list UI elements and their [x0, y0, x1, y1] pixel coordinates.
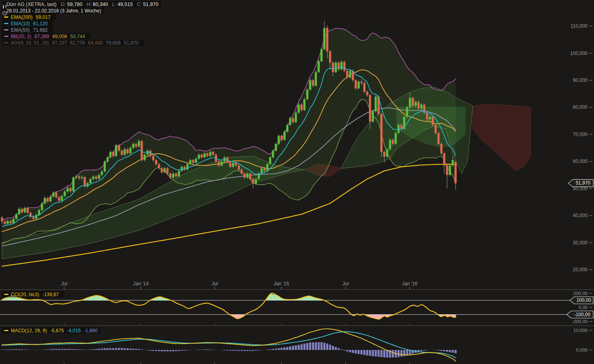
candle: [355, 80, 357, 88]
cci-threshold-tag: 100,00: [570, 297, 593, 304]
candle: [295, 113, 297, 122]
time-tick-label: Jul: [61, 281, 67, 287]
cci-tick-label: 0,00: [579, 305, 588, 310]
candle: [152, 156, 154, 160]
candle: [283, 132, 285, 140]
candle: [289, 118, 291, 125]
symbol-title: Dürr AG (XETRA, last): [6, 2, 57, 7]
candle: [115, 145, 117, 156]
candle: [203, 153, 205, 157]
candle: [169, 174, 171, 178]
candle: [104, 161, 106, 171]
candle: [135, 144, 137, 146]
cci-oversold-fill: [2, 290, 456, 319]
indicator-swatch-icon: [4, 36, 8, 37]
indicator-row-ema[interactable]: EMA(10)61,120: [2, 20, 53, 26]
indicator-swatch-icon: [4, 29, 8, 31]
candle: [303, 99, 305, 110]
candle: [167, 168, 169, 173]
cci-value: -139,67: [43, 292, 59, 297]
cci-tick-label: -200,00: [572, 319, 588, 324]
cci-legend-row[interactable]: CCI(20, hlc3) -139,67: [2, 291, 64, 297]
candle: [164, 168, 166, 172]
candle: [195, 159, 197, 163]
candle: [92, 177, 94, 179]
candle: [67, 188, 69, 191]
candle: [146, 150, 148, 155]
candle: [178, 171, 180, 176]
candle: [263, 168, 265, 171]
ichimoku-red-cloud: [473, 105, 531, 171]
candle: [81, 177, 83, 178]
indicator-value: 59,017: [36, 14, 51, 20]
candle: [309, 80, 311, 90]
candle: [69, 188, 71, 191]
candle: [375, 96, 377, 111]
candle: [126, 149, 128, 153]
candle: [269, 157, 271, 164]
candle: [395, 133, 397, 144]
indicator-row-ema[interactable]: EMA(50)71,682: [2, 27, 53, 33]
open-value: 59,780: [67, 2, 82, 7]
candle: [292, 118, 294, 122]
candle: [366, 92, 368, 95]
price-tick-label: 80,000: [573, 104, 588, 110]
cci-panel-canvas[interactable]: 200,000,00-200,00100,00-100,00: [0, 290, 594, 326]
candle: [332, 63, 334, 72]
candle: [132, 144, 134, 148]
price-tick-label: 110,000: [571, 23, 588, 29]
price-tick-label: 60,000: [573, 159, 588, 164]
time-tick-label: Jan '16: [402, 281, 418, 287]
candle: [272, 150, 274, 157]
candle: [172, 174, 174, 178]
candle: [129, 148, 131, 153]
candle: [18, 209, 20, 214]
close-label: C:: [137, 2, 142, 7]
candle: [278, 136, 280, 144]
indicator-row-bb[interactable]: BB(20, 2)87,26969,00650,744: [2, 33, 91, 39]
candle: [90, 179, 92, 183]
cci-axis[interactable]: 200,000,00-200,00: [572, 291, 592, 324]
time-axis[interactable]: JulJan '14JulJan '15JulJan '16: [61, 281, 417, 289]
candle: [455, 162, 457, 183]
candle: [84, 177, 86, 186]
candle: [389, 140, 391, 149]
candle: [346, 71, 348, 77]
candle: [212, 152, 214, 155]
indicator-name: IKH(9, 26, 52, 26): [11, 40, 49, 46]
indicator-value: 69,006: [52, 34, 67, 39]
macd-swatch-icon: [4, 330, 8, 331]
indicator-name: EMA(50): [11, 27, 30, 33]
indicator-row-ikh[interactable]: IKH(9, 26, 52, 26)67,19761,77864,48879,6…: [2, 40, 144, 46]
macd-value: -5,675: [50, 328, 64, 333]
tag-text: 100,00: [576, 297, 591, 303]
candle: [358, 81, 360, 88]
tag-text: 51,970: [576, 180, 590, 186]
candle: [386, 149, 388, 157]
candle: [349, 71, 351, 77]
candle: [452, 160, 454, 165]
indicator-row-ema[interactable]: EMA(200)59,017: [2, 14, 56, 20]
candle: [201, 155, 203, 157]
date-range: 28.01.2013 - 22.02.2016 (3 Jahre, 1 Woch…: [6, 8, 101, 14]
candle: [112, 152, 114, 156]
candle: [158, 164, 160, 168]
high-label: H:: [86, 2, 92, 7]
candle: [78, 176, 80, 178]
candle: [101, 171, 103, 175]
candle: [175, 174, 177, 177]
price-axis[interactable]: 110,000100,00090,00080,00070,00060,00050…: [570, 23, 592, 272]
candle: [44, 198, 46, 203]
candle: [1, 218, 3, 222]
candle: [432, 117, 434, 125]
instrument-header[interactable]: Dürr AG (XETRA, last) O:59,780 H:60,340 …: [2, 1, 161, 7]
candle: [118, 145, 120, 150]
candle: [98, 175, 100, 179]
candle: [406, 107, 408, 117]
candle: [415, 102, 417, 106]
macd-legend-row[interactable]: MACD(12, 26, 9) -5,675-4,015-1,660: [2, 327, 100, 333]
macd-axis[interactable]: 10,0000,000: [574, 328, 592, 352]
candle: [412, 98, 414, 106]
candle: [110, 152, 112, 157]
candle: [221, 161, 223, 165]
